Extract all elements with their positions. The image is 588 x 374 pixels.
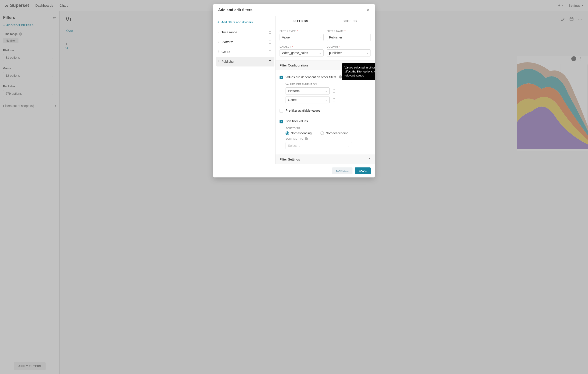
sort-asc-radio[interactable]: Sort ascending	[285, 131, 312, 135]
dataset-value: video_game_sales	[282, 51, 308, 55]
filter-modal: Add and edit filters ✕ ＋ Add filters and…	[213, 4, 375, 177]
sort-desc-label: Sort descending	[326, 131, 348, 135]
sort-metric-select[interactable]: Select ... ⌄	[285, 142, 352, 149]
dependent-select-platform[interactable]: Platform ⌄	[285, 87, 330, 94]
filter-item-label: Publisher	[221, 60, 234, 63]
column-value: publisher	[329, 51, 342, 55]
prefilter-label: Pre-filter available values	[285, 109, 320, 112]
dataset-select[interactable]: video_game_sales ⌄	[280, 49, 324, 56]
drag-handle-icon[interactable]: ⠿	[218, 50, 219, 53]
values-dependent-checkbox[interactable]: ✓	[280, 76, 283, 79]
drag-handle-icon[interactable]: ⠿	[218, 31, 219, 34]
filter-item-time-range[interactable]: ⠿ Time range	[216, 27, 274, 37]
modal-title: Add and edit filters	[218, 8, 252, 12]
dataset-label: DATASET	[280, 45, 291, 48]
radio-icon	[285, 131, 289, 135]
tab-settings[interactable]: SETTINGS	[275, 16, 325, 26]
caret-down-icon: ⌄	[325, 90, 327, 93]
values-dependent-label: Values are dependent on other filters	[285, 75, 336, 79]
radio-icon	[320, 131, 324, 135]
add-link-label: Add filters and dividers	[221, 21, 253, 24]
filter-item-genre[interactable]: ⠿ Genre	[216, 47, 274, 57]
sort-metric-placeholder: Select ...	[288, 144, 300, 147]
filter-name-field[interactable]	[329, 36, 368, 39]
sort-type-label: SORT TYPE	[285, 127, 371, 130]
sort-values-label: Sort filter values	[285, 119, 308, 123]
plus-icon: ＋	[217, 20, 220, 24]
drag-handle-icon[interactable]: ⠿	[218, 60, 219, 63]
filter-type-select[interactable]: Value ⌄	[280, 34, 324, 41]
add-filters-dividers[interactable]: ＋ Add filters and dividers	[216, 19, 274, 27]
caret-down-icon: ⌄	[319, 52, 321, 54]
drag-handle-icon[interactable]: ⠿	[218, 41, 219, 44]
caret-down-icon: ⌄	[319, 36, 321, 39]
sort-asc-label: Sort ascending	[291, 131, 312, 135]
section-label: Filter Configuration	[280, 63, 308, 67]
cancel-button[interactable]: CANCEL	[332, 167, 353, 174]
values-dependent-on-label: VALUES DEPENDENT ON	[285, 83, 371, 86]
filter-item-platform[interactable]: ⠿ Platform	[216, 37, 274, 47]
filter-item-label: Genre	[221, 50, 230, 54]
caret-down-icon: ⌄	[366, 52, 368, 54]
sort-desc-radio[interactable]: Sort descending	[320, 131, 348, 135]
prefilter-checkbox[interactable]	[280, 109, 283, 113]
trash-icon[interactable]	[332, 89, 336, 93]
column-label: COLUMN	[327, 45, 338, 48]
chevron-up-icon: ⌃	[368, 158, 371, 161]
filter-item-label: Time range	[221, 31, 237, 34]
trash-icon[interactable]	[332, 98, 336, 102]
filter-type-label: FILTER TYPE	[280, 30, 296, 32]
save-button[interactable]: SAVE	[355, 167, 371, 174]
info-tooltip: Values selected in other filters will af…	[342, 63, 375, 80]
filter-name-input[interactable]	[327, 34, 371, 41]
dependent-value: Platform	[288, 89, 300, 93]
filter-name-label: FILTER NAME	[327, 30, 344, 32]
trash-icon[interactable]	[268, 40, 272, 44]
trash-icon[interactable]	[268, 31, 272, 34]
caret-down-icon: ⌄	[348, 144, 350, 147]
info-icon[interactable]: i	[339, 75, 342, 79]
filter-item-publisher[interactable]: ⠿ Publisher	[216, 57, 274, 66]
caret-down-icon: ⌄	[325, 98, 327, 101]
close-icon[interactable]: ✕	[367, 8, 370, 12]
section-label: Filter Settings	[280, 157, 300, 161]
filter-settings-header[interactable]: Filter Settings ⌃	[275, 155, 375, 164]
filter-type-value: Value	[282, 36, 290, 39]
column-select[interactable]: publisher ⌄	[327, 49, 371, 56]
dependent-value: Genre	[288, 98, 297, 102]
sort-metric-label: SORT METRIC	[285, 137, 303, 140]
trash-icon[interactable]	[268, 60, 272, 63]
info-icon[interactable]: i	[305, 137, 308, 140]
dependent-select-genre[interactable]: Genre ⌄	[285, 96, 330, 104]
tab-scoping[interactable]: SCOPING	[325, 16, 375, 26]
sort-values-checkbox[interactable]: ✓	[280, 120, 283, 124]
trash-icon[interactable]	[268, 50, 272, 54]
filter-item-label: Platform	[221, 40, 233, 44]
